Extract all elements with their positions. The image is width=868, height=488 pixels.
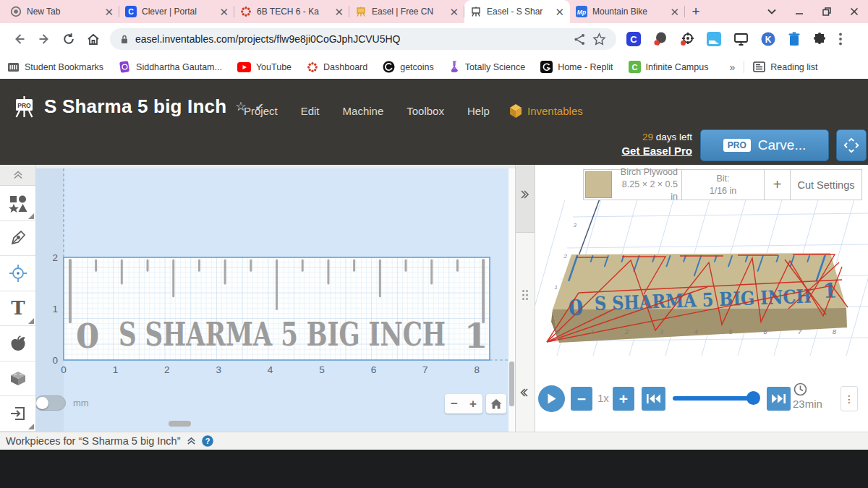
tab-close-icon[interactable]: ✕: [555, 7, 564, 17]
window-ext-icon[interactable]: [707, 32, 721, 46]
chevron-down-button[interactable]: [758, 9, 786, 14]
bookmark-item[interactable]: Home - Replit: [540, 61, 613, 73]
collapse-workpieces-button[interactable]: [187, 437, 196, 445]
play-simulation-button[interactable]: [538, 385, 565, 412]
bookmark-item[interactable]: Student Bookmarks: [7, 61, 103, 73]
new-tab-button[interactable]: +: [685, 0, 707, 23]
speed-up-button[interactable]: +: [613, 387, 634, 411]
clever-ext-icon[interactable]: C: [626, 32, 641, 46]
simulation-slider[interactable]: [673, 396, 758, 401]
project-title[interactable]: S Sharma 5 big Inch: [44, 95, 226, 118]
browser-tab[interactable]: CClever | Portal✕: [119, 0, 234, 23]
bookmark-star-icon[interactable]: [592, 33, 606, 46]
close-button[interactable]: [841, 7, 868, 16]
puzzle-icon[interactable]: [813, 33, 827, 46]
zoom-home-button[interactable]: [486, 394, 506, 414]
menu-machine[interactable]: Machine: [343, 105, 384, 117]
svg-text:5: 5: [728, 328, 733, 335]
material-cell[interactable]: Birch Plywood 8.25 × 2 × 0.5 in: [584, 170, 682, 200]
easel-pro-logo[interactable]: PRO: [13, 95, 35, 119]
tool-pen-tool[interactable]: [0, 221, 35, 257]
bookmark-item[interactable]: Dashboard: [307, 61, 367, 73]
speed-value: 1x: [597, 392, 609, 404]
design-text[interactable]: S SHARMA 5 BIG INCH: [119, 315, 446, 354]
bookmark-item[interactable]: Siddhartha Gautam...: [119, 61, 222, 73]
carve-button[interactable]: PRO Carve...: [700, 129, 829, 161]
forward-button[interactable]: [32, 32, 56, 46]
minimize-button[interactable]: [786, 7, 813, 16]
trash-ext-icon[interactable]: [788, 32, 801, 46]
svg-text:C: C: [631, 63, 637, 72]
browser-tab[interactable]: 6B TECH 6 - Ka✕: [234, 0, 349, 23]
target-ext-icon[interactable]: [680, 32, 694, 46]
bookmark-item[interactable]: CInfinite Campus: [629, 61, 709, 73]
tool-apple-tool[interactable]: [0, 326, 35, 361]
units-toggle[interactable]: [36, 395, 66, 411]
simulation-menu-button[interactable]: ⋮: [841, 386, 858, 411]
address-bar[interactable]: easel.inventables.com/projects/flw9e8ji0…: [110, 28, 616, 50]
k-ext-icon[interactable]: K: [761, 32, 775, 46]
reading-list-button[interactable]: Reading list: [753, 61, 817, 72]
zoom-out-button[interactable]: −: [445, 394, 464, 414]
paddle-ext-icon[interactable]: [653, 32, 668, 46]
tool-drill-tool[interactable]: [0, 256, 35, 291]
design-canvas[interactable]: 0 S SHARMA 5 BIG INCH 1 012345678 210 mm…: [36, 165, 515, 432]
menu-edit[interactable]: Edit: [301, 105, 320, 117]
tool-brick-tool[interactable]: [0, 361, 35, 397]
design-left-mark[interactable]: 0: [76, 316, 100, 356]
browser-tab[interactable]: New Tab✕: [4, 0, 119, 23]
menu-help[interactable]: Help: [467, 105, 490, 117]
tab-close-icon[interactable]: ✕: [104, 7, 114, 17]
url-text[interactable]: easel.inventables.com/projects/flw9e8ji0…: [135, 33, 401, 45]
slider-thumb[interactable]: [746, 391, 760, 405]
tool-shapes-tool[interactable]: [0, 186, 35, 221]
collapse-panel-button[interactable]: [520, 388, 529, 398]
back-button[interactable]: [7, 32, 32, 46]
tab-title: Easel - S Shar: [487, 7, 550, 17]
share-icon[interactable]: [574, 33, 586, 46]
bookmark-label: getcoins: [400, 62, 434, 72]
zoom-in-button[interactable]: +: [464, 394, 482, 414]
tool-import-tool[interactable]: [0, 396, 35, 432]
reload-button[interactable]: [56, 33, 81, 46]
design-right-mark[interactable]: 1: [464, 316, 488, 356]
mp-icon: Mp: [576, 6, 587, 17]
vertical-scrollbar[interactable]: [509, 168, 515, 432]
inventables-link[interactable]: Inventables: [509, 96, 583, 125]
tab-close-icon[interactable]: ✕: [449, 7, 459, 17]
collapse-tools-button[interactable]: [0, 165, 35, 186]
add-bit-button[interactable]: +: [765, 170, 791, 200]
tab-close-icon[interactable]: ✕: [219, 7, 229, 17]
tab-close-icon[interactable]: ✕: [670, 7, 679, 17]
preview-3d-view[interactable]: 0 S SHARMA 5 BIG INCH 1 012345678 1234: [535, 200, 868, 378]
bookmark-label: Siddhartha Gautam...: [136, 62, 222, 72]
kebab-icon[interactable]: [839, 33, 842, 46]
browser-tab[interactable]: MpMountain Bike✕: [570, 0, 685, 23]
bookmark-item[interactable]: getcoins: [383, 61, 434, 73]
monitor-ext-icon[interactable]: [733, 33, 749, 46]
restore-button[interactable]: [813, 7, 841, 16]
cut-settings-button[interactable]: Cut Settings: [791, 170, 861, 200]
skip-to-end-button[interactable]: [767, 387, 791, 411]
drag-handle[interactable]: [522, 289, 529, 301]
browser-tab[interactable]: Easel | Free CN✕: [349, 0, 464, 23]
skip-to-start-button[interactable]: [642, 387, 665, 411]
tab-close-icon[interactable]: ✕: [334, 7, 344, 17]
svg-text:7: 7: [798, 328, 802, 335]
tool-text-tool[interactable]: T: [0, 291, 35, 327]
bit-cell[interactable]: Bit: 1/16 in: [682, 170, 765, 200]
help-icon[interactable]: ?: [202, 435, 213, 447]
bookmark-item[interactable]: Totally Science: [449, 61, 525, 73]
browser-tab[interactable]: Easel - S Shar✕: [464, 0, 570, 23]
expand-panel-button[interactable]: [520, 189, 529, 200]
speed-down-button[interactable]: −: [571, 387, 592, 411]
machine-jog-button[interactable]: [836, 129, 867, 161]
menu-toolbox[interactable]: Toolbox: [407, 105, 444, 117]
menu-project[interactable]: Project: [244, 105, 278, 117]
bookmarks-overflow-button[interactable]: »: [729, 61, 735, 73]
browser-home-button[interactable]: [81, 33, 106, 46]
horizontal-scrollbar[interactable]: [169, 421, 191, 427]
get-easel-pro-link[interactable]: Get Easel Pro: [621, 144, 692, 158]
bookmark-item[interactable]: YouTube: [237, 61, 292, 73]
workpiece-2d-view[interactable]: 0 S SHARMA 5 BIG INCH 1 012345678 210: [36, 165, 515, 432]
